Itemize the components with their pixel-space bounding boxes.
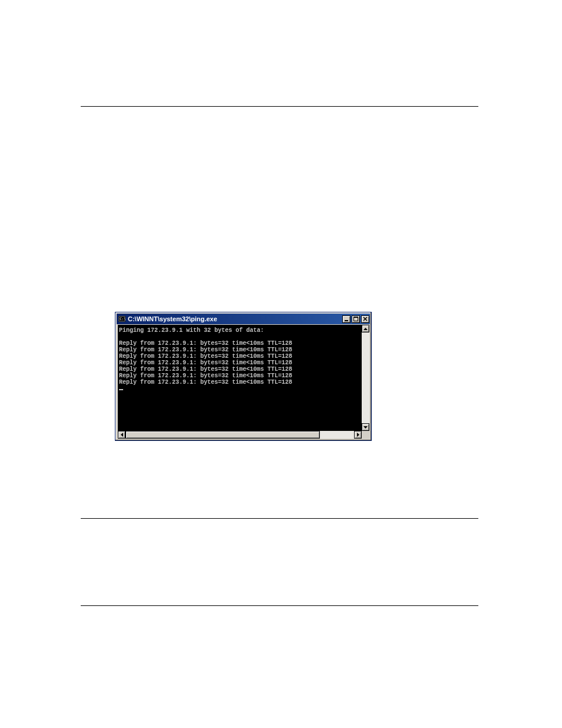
svg-text:C:\: C:\ — [120, 317, 125, 321]
horizontal-scrollbar[interactable] — [118, 431, 362, 439]
ping-reply-line: Reply from 172.23.9.1: bytes=32 time<10m… — [119, 366, 292, 373]
ping-header: Pinging 172.23.9.1 with 32 bytes of data… — [119, 327, 264, 334]
text-cursor — [119, 389, 123, 390]
scroll-left-button[interactable] — [118, 431, 125, 439]
horizontal-scroll-track[interactable] — [125, 431, 354, 439]
ping-reply-line: Reply from 172.23.9.1: bytes=32 time<10m… — [119, 347, 292, 353]
page-rule-mid — [81, 518, 478, 519]
ping-reply-line: Reply from 172.23.9.1: bytes=32 time<10m… — [119, 353, 292, 360]
page-rule-top — [81, 106, 478, 107]
scroll-up-button[interactable] — [362, 325, 369, 332]
vertical-scroll-track[interactable] — [362, 332, 369, 423]
ping-reply-line: Reply from 172.23.9.1: bytes=32 time<10m… — [119, 360, 292, 366]
ping-reply-line: Reply from 172.23.9.1: bytes=32 time<10m… — [119, 340, 292, 347]
minimize-button[interactable] — [342, 315, 351, 323]
scroll-right-button[interactable] — [354, 431, 362, 439]
page-rule-bottom — [81, 605, 478, 606]
svg-rect-3 — [345, 320, 348, 321]
command-prompt-icon: C:\ — [118, 315, 126, 323]
svg-marker-10 — [121, 433, 123, 437]
command-prompt-window: C:\ C:\WINNT\system32\ping.exe Pinging 1… — [115, 312, 372, 441]
svg-marker-9 — [363, 426, 368, 429]
window-button-group — [342, 315, 370, 323]
window-title: C:\WINNT\system32\ping.exe — [128, 315, 342, 322]
titlebar[interactable]: C:\ C:\WINNT\system32\ping.exe — [117, 314, 370, 324]
vertical-scrollbar[interactable] — [362, 325, 369, 431]
close-button[interactable] — [361, 315, 369, 323]
horizontal-scroll-thumb[interactable] — [125, 431, 320, 439]
svg-rect-5 — [353, 317, 358, 318]
svg-marker-11 — [357, 433, 359, 437]
scroll-down-button[interactable] — [362, 423, 369, 431]
ping-reply-line: Reply from 172.23.9.1: bytes=32 time<10m… — [119, 379, 292, 386]
maximize-button[interactable] — [352, 315, 360, 323]
ping-reply-line: Reply from 172.23.9.1: bytes=32 time<10m… — [119, 373, 292, 379]
resize-grip[interactable] — [362, 431, 369, 439]
svg-marker-8 — [363, 328, 368, 330]
console-output[interactable]: Pinging 172.23.9.1 with 32 bytes of data… — [118, 325, 362, 431]
